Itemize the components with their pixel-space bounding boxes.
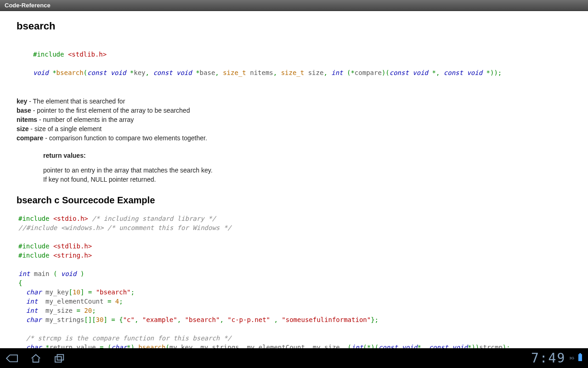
app-title: Code-Reference: [5, 2, 51, 9]
return-line: If key not found, NULL pointer returned.: [43, 175, 571, 184]
back-icon[interactable]: [6, 353, 18, 364]
function-signature: #include <stdlib.h> void *bsearch(const …: [17, 40, 571, 86]
title-bar: Code-Reference: [0, 0, 588, 11]
status-area[interactable]: 7:49 3G: [531, 351, 582, 366]
param-row: key - The element that is searched for: [17, 97, 571, 106]
preproc: #include: [33, 51, 64, 58]
param-row: size - size of a single element: [17, 124, 571, 133]
recent-apps-icon[interactable]: [53, 353, 66, 364]
android-navbar: 7:49 3G: [0, 348, 588, 368]
param-row: compare - comparison function to compare…: [17, 133, 571, 143]
page-title: bsearch: [17, 20, 571, 32]
return-header: return values:: [43, 151, 571, 160]
return-values: return values: pointer to an entry in th…: [17, 151, 571, 184]
parameter-list: key - The element that is searched for b…: [17, 97, 571, 143]
param-row: base - pointer to the first element of t…: [17, 106, 571, 115]
example-heading: bsearch c Sourcecode Example: [17, 195, 571, 206]
param-row: nitems - number of elements in the array: [17, 115, 571, 124]
include-header: <stdlib.h>: [68, 51, 107, 58]
clock: 7:49: [531, 351, 565, 366]
home-icon[interactable]: [29, 353, 42, 364]
svg-rect-2: [579, 353, 581, 354]
fn-name: bsearch: [57, 69, 84, 76]
kw-void: void: [33, 69, 49, 76]
example-code: #include <stdio.h> /* including standard…: [18, 214, 571, 348]
battery-icon: [578, 353, 582, 363]
content-area[interactable]: bsearch #include <stdlib.h> void *bsearc…: [0, 11, 588, 348]
svg-rect-3: [578, 354, 582, 361]
svg-rect-0: [55, 356, 62, 362]
return-line: pointer to an entry in the array that ma…: [43, 166, 571, 175]
svg-rect-1: [57, 354, 64, 360]
signal-label: 3G: [569, 356, 574, 360]
